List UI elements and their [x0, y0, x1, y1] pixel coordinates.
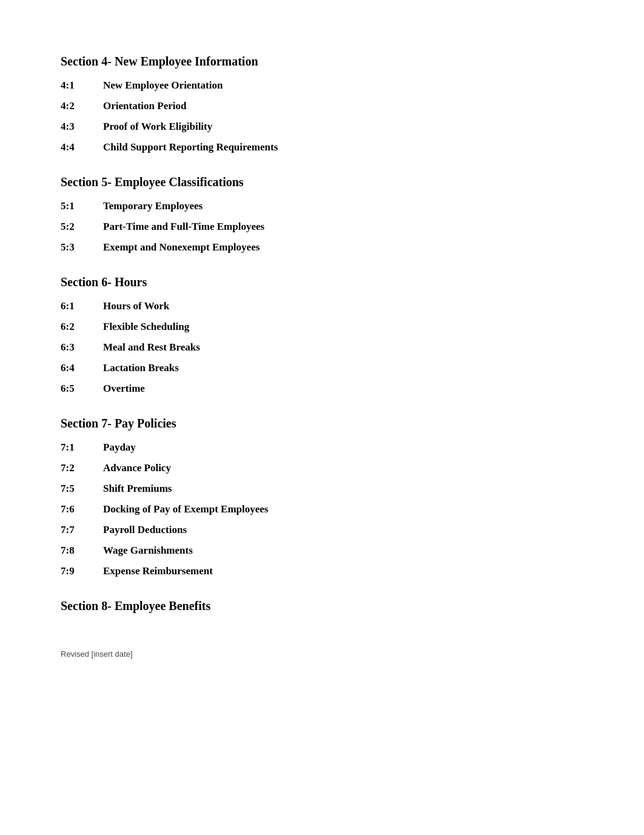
toc-label: Temporary Employees: [103, 200, 203, 212]
toc-number: 5:1: [61, 200, 103, 212]
toc-label: Child Support Reporting Requirements: [103, 141, 278, 153]
toc-label: Lactation Breaks: [103, 362, 179, 374]
toc-item: 6:5Overtime: [61, 383, 583, 395]
section-heading-section6: Section 6- Hours: [61, 275, 583, 289]
toc-label: Flexible Scheduling: [103, 321, 189, 333]
toc-item: 5:3Exempt and Nonexempt Employees: [61, 241, 583, 253]
section-block-section7: Section 7- Pay Policies7:1Payday7:2Advan…: [61, 417, 583, 577]
toc-label: Meal and Rest Breaks: [103, 341, 200, 354]
toc-label: Shift Premiums: [103, 483, 172, 495]
toc-number: 7:1: [61, 441, 103, 454]
toc-number: 7:6: [61, 503, 103, 515]
toc-item: 4:1New Employee Orientation: [61, 79, 583, 92]
section-block-section8: Section 8- Employee Benefits: [61, 599, 583, 613]
toc-item: 7:1Payday: [61, 441, 583, 454]
toc-item: 6:4Lactation Breaks: [61, 362, 583, 374]
section-heading-section4: Section 4- New Employee Information: [61, 55, 583, 69]
toc-label: New Employee Orientation: [103, 79, 223, 92]
toc-item: 7:9Expense Reimbursement: [61, 565, 583, 577]
toc-item: 7:8Wage Garnishments: [61, 545, 583, 557]
footer-text: Revised [insert date]: [61, 649, 583, 659]
toc-item: 7:7Payroll Deductions: [61, 524, 583, 536]
section-heading-section5: Section 5- Employee Classifications: [61, 175, 583, 189]
toc-item: 5:2Part-Time and Full-Time Employees: [61, 221, 583, 233]
toc-label: Proof of Work Eligibility: [103, 121, 212, 133]
toc-item: 4:2Orientation Period: [61, 100, 583, 112]
toc-label: Docking of Pay of Exempt Employees: [103, 503, 268, 515]
toc-item: 6:2Flexible Scheduling: [61, 321, 583, 333]
section-block-section4: Section 4- New Employee Information4:1Ne…: [61, 55, 583, 153]
section-heading-section7: Section 7- Pay Policies: [61, 417, 583, 431]
toc-label: Overtime: [103, 383, 145, 395]
toc-item: 7:2Advance Policy: [61, 462, 583, 474]
toc-label: Orientation Period: [103, 100, 186, 112]
toc-number: 7:2: [61, 462, 103, 474]
toc-number: 4:2: [61, 100, 103, 112]
toc-number: 6:1: [61, 300, 103, 312]
toc-number: 7:8: [61, 545, 103, 557]
toc-number: 6:5: [61, 383, 103, 395]
toc-label: Wage Garnishments: [103, 545, 193, 557]
toc-number: 4:1: [61, 79, 103, 92]
toc-item: 6:1Hours of Work: [61, 300, 583, 312]
toc-number: 4:3: [61, 121, 103, 133]
toc-item: 5:1Temporary Employees: [61, 200, 583, 212]
toc-number: 7:7: [61, 524, 103, 536]
toc-label: Exempt and Nonexempt Employees: [103, 241, 260, 253]
toc-label: Expense Reimbursement: [103, 565, 213, 577]
toc-number: 7:9: [61, 565, 103, 577]
toc-label: Advance Policy: [103, 462, 171, 474]
toc-number: 5:2: [61, 221, 103, 233]
toc-item: 4:3Proof of Work Eligibility: [61, 121, 583, 133]
toc-item: 6:3Meal and Rest Breaks: [61, 341, 583, 354]
toc-number: 6:4: [61, 362, 103, 374]
toc-item: 4:4Child Support Reporting Requirements: [61, 141, 583, 153]
toc-number: 6:2: [61, 321, 103, 333]
toc-label: Part-Time and Full-Time Employees: [103, 221, 264, 233]
toc-label: Payday: [103, 441, 136, 454]
toc-number: 6:3: [61, 341, 103, 354]
toc-item: 7:6Docking of Pay of Exempt Employees: [61, 503, 583, 515]
toc-number: 4:4: [61, 141, 103, 153]
toc-item: 7:5Shift Premiums: [61, 483, 583, 495]
toc-number: 7:5: [61, 483, 103, 495]
toc-label: Payroll Deductions: [103, 524, 187, 536]
section-heading-section8: Section 8- Employee Benefits: [61, 599, 583, 613]
section-block-section6: Section 6- Hours6:1Hours of Work6:2Flexi…: [61, 275, 583, 395]
section-block-section5: Section 5- Employee Classifications5:1Te…: [61, 175, 583, 253]
toc-number: 5:3: [61, 241, 103, 253]
toc-label: Hours of Work: [103, 300, 169, 312]
